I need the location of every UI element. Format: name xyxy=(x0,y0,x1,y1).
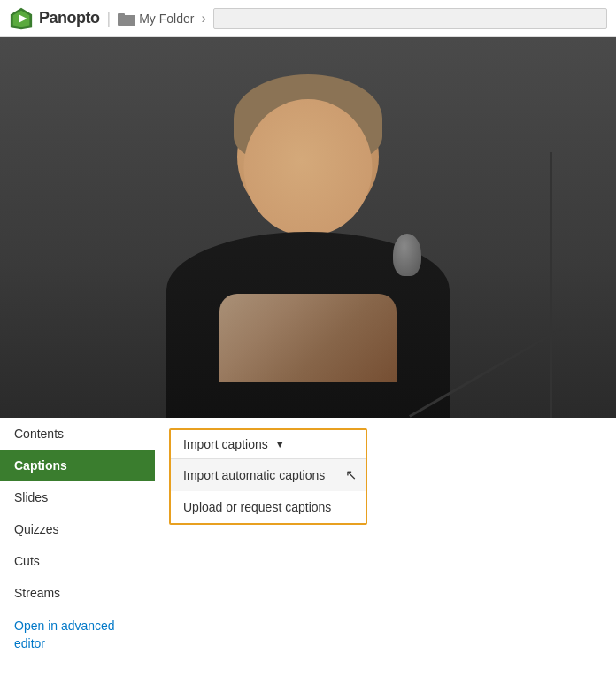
sidebar-item-open-advanced[interactable]: Open in advanced editor xyxy=(0,609,155,661)
sidebar-item-slides[interactable]: Slides xyxy=(0,481,155,513)
header-separator: | xyxy=(107,9,112,27)
person-face xyxy=(244,99,373,236)
dropdown-arrow-icon: ▼ xyxy=(275,439,285,450)
panopto-logo-icon xyxy=(9,6,34,31)
header: Panopto | My Folder › xyxy=(0,0,616,37)
svg-rect-4 xyxy=(118,13,125,17)
panopto-logo[interactable]: Panopto xyxy=(9,6,100,31)
logo-text: Panopto xyxy=(39,9,100,27)
folder-icon xyxy=(118,12,135,26)
folder-breadcrumb[interactable]: My Folder xyxy=(118,12,194,26)
breadcrumb-arrow: › xyxy=(201,11,205,27)
bottom-section: Contents Captions Slides Quizzes Cuts St… xyxy=(0,418,616,677)
video-area xyxy=(0,37,616,418)
cursor-icon: ↖ xyxy=(345,466,357,483)
sidebar-item-streams[interactable]: Streams xyxy=(0,577,155,609)
dropdown-item-upload-request[interactable]: Upload or request captions xyxy=(171,491,366,523)
header-title-input[interactable] xyxy=(213,8,607,29)
sidebar-item-contents[interactable]: Contents xyxy=(0,418,155,450)
import-captions-wrapper: Import captions ▼ Import automatic capti… xyxy=(169,428,367,525)
sidebar: Contents Captions Slides Quizzes Cuts St… xyxy=(0,418,155,677)
sidebar-item-quizzes[interactable]: Quizzes xyxy=(0,513,155,545)
dropdown-item-import-auto[interactable]: Import automatic captions ↖ xyxy=(171,459,366,491)
captions-panel: Import captions ▼ Import automatic capti… xyxy=(155,418,616,677)
upload-request-label: Upload or request captions xyxy=(183,500,331,514)
mic-pole xyxy=(550,152,552,418)
import-captions-label: Import captions xyxy=(183,437,268,451)
person-shirt xyxy=(219,294,397,382)
import-auto-label: Import automatic captions xyxy=(183,468,325,482)
sidebar-item-captions[interactable]: Captions xyxy=(0,450,155,481)
folder-label: My Folder xyxy=(139,12,194,26)
import-captions-button[interactable]: Import captions ▼ xyxy=(171,430,366,458)
import-captions-dropdown: Import automatic captions ↖ Upload or re… xyxy=(171,458,366,523)
microphone-head xyxy=(393,234,421,276)
sidebar-item-cuts[interactable]: Cuts xyxy=(0,545,155,577)
